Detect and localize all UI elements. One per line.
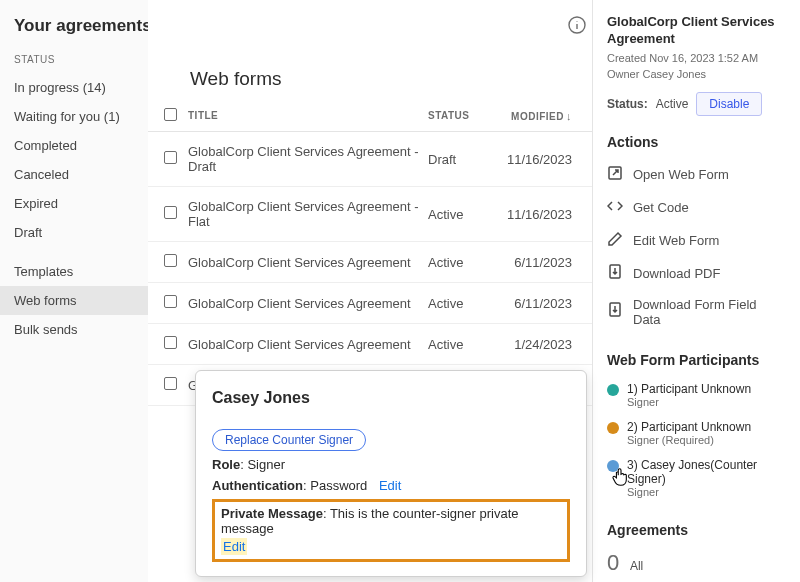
participant-item[interactable]: 1) Participant UnknownSigner <box>607 376 786 414</box>
download-data-icon <box>607 302 623 321</box>
owner-meta: Owner Casey Jones <box>607 68 786 80</box>
participant-name: 1) Participant Unknown <box>627 382 751 396</box>
popover-name: Casey Jones <box>212 389 570 407</box>
sidebar-item-web-forms[interactable]: Web forms <box>0 286 148 315</box>
participant-item[interactable]: 2) Participant UnknownSigner (Required) <box>607 414 786 452</box>
row-title: GlobalCorp Client Services Agreement - F… <box>184 187 424 242</box>
table-row[interactable]: GlobalCorp Client Services AgreementActi… <box>148 283 592 324</box>
replace-counter-signer-button[interactable]: Replace Counter Signer <box>212 429 366 451</box>
row-status: Active <box>424 187 484 242</box>
table-row[interactable]: GlobalCorp Client Services Agreement - F… <box>148 187 592 242</box>
sidebar: Your agreements STATUS In progress (14) … <box>0 0 148 582</box>
table-row[interactable]: GlobalCorp Client Services AgreementActi… <box>148 242 592 283</box>
priv-edit-link[interactable]: Edit <box>221 538 247 555</box>
row-modified: 11/16/2023 <box>484 187 592 242</box>
sidebar-item-templates[interactable]: Templates <box>0 257 148 286</box>
auth-value: Password <box>310 478 367 493</box>
code-icon <box>607 198 623 217</box>
row-checkbox[interactable] <box>164 151 177 164</box>
participant-name: 2) Participant Unknown <box>627 420 751 434</box>
row-checkbox[interactable] <box>164 377 177 390</box>
role-label: Role <box>212 457 240 472</box>
sidebar-item-waiting-for-you[interactable]: Waiting for you (1) <box>0 102 148 131</box>
disable-button[interactable]: Disable <box>696 92 762 116</box>
agreements-all-label: All <box>630 559 643 573</box>
participant-role: Signer <box>627 486 786 498</box>
row-checkbox[interactable] <box>164 295 177 308</box>
row-status: Draft <box>424 132 484 187</box>
external-link-icon <box>607 165 623 184</box>
auth-label: Authentication <box>212 478 303 493</box>
row-checkbox[interactable] <box>164 206 177 219</box>
row-checkbox[interactable] <box>164 336 177 349</box>
sidebar-item-bulk-sends[interactable]: Bulk sends <box>0 315 148 344</box>
right-panel: GlobalCorp Client Services Agreement Cre… <box>592 0 800 582</box>
created-meta: Created Nov 16, 2023 1:52 AM <box>607 52 786 64</box>
sidebar-status-header: STATUS <box>0 54 148 73</box>
action-label: Open Web Form <box>633 167 729 182</box>
priv-label: Private Message <box>221 506 323 521</box>
table-row[interactable]: GlobalCorp Client Services AgreementActi… <box>148 324 592 365</box>
row-title: GlobalCorp Client Services Agreement - D… <box>184 132 424 187</box>
action-label: Get Code <box>633 200 689 215</box>
sidebar-item-canceled[interactable]: Canceled <box>0 160 148 189</box>
col-status[interactable]: STATUS <box>424 100 484 132</box>
download-icon <box>607 264 623 283</box>
private-message-highlight: Private Message: This is the counter-sig… <box>212 499 570 562</box>
counter-signer-popover: Casey Jones Replace Counter Signer Role:… <box>195 370 587 577</box>
row-status: Active <box>424 324 484 365</box>
participant-dot-icon <box>607 460 619 472</box>
action-get-code[interactable]: Get Code <box>607 191 786 224</box>
row-checkbox[interactable] <box>164 254 177 267</box>
status-label: Status: <box>607 97 648 111</box>
col-title[interactable]: TITLE <box>184 100 424 132</box>
pencil-icon <box>607 231 623 250</box>
participant-dot-icon <box>607 384 619 396</box>
row-modified: 1/24/2023 <box>484 324 592 365</box>
row-status: Active <box>424 283 484 324</box>
row-title: GlobalCorp Client Services Agreement <box>184 283 424 324</box>
participant-name: 3) Casey Jones(Counter Signer) <box>627 458 786 486</box>
participants-header: Web Form Participants <box>607 352 786 368</box>
status-value: Active <box>656 97 689 111</box>
table-heading: Web forms <box>190 68 592 90</box>
row-title: GlobalCorp Client Services Agreement <box>184 242 424 283</box>
row-modified: 6/11/2023 <box>484 283 592 324</box>
agreements-count: 0 <box>607 550 619 576</box>
auth-edit-link[interactable]: Edit <box>379 478 401 493</box>
role-value: Signer <box>247 457 285 472</box>
action-download-form-field-data[interactable]: Download Form Field Data <box>607 290 786 334</box>
col-modified[interactable]: MODIFIED↓ <box>484 100 592 132</box>
action-open-web-form[interactable]: Open Web Form <box>607 158 786 191</box>
agreements-header: Agreements <box>607 522 786 538</box>
page-title: Your agreements <box>0 12 148 54</box>
select-all-checkbox[interactable] <box>164 108 177 121</box>
info-icon[interactable] <box>568 16 586 37</box>
table-row[interactable]: GlobalCorp Client Services Agreement - D… <box>148 132 592 187</box>
row-modified: 11/16/2023 <box>484 132 592 187</box>
action-label: Download Form Field Data <box>633 297 786 327</box>
sidebar-item-draft[interactable]: Draft <box>0 218 148 247</box>
participant-dot-icon <box>607 422 619 434</box>
action-edit-web-form[interactable]: Edit Web Form <box>607 224 786 257</box>
sidebar-item-in-progress[interactable]: In progress (14) <box>0 73 148 102</box>
action-label: Download PDF <box>633 266 720 281</box>
actions-header: Actions <box>607 134 786 150</box>
webforms-table: TITLE STATUS MODIFIED↓ GlobalCorp Client… <box>148 100 592 406</box>
row-modified: 6/11/2023 <box>484 242 592 283</box>
agreement-title: GlobalCorp Client Services Agreement <box>607 14 786 48</box>
row-title: GlobalCorp Client Services Agreement <box>184 324 424 365</box>
sort-desc-icon: ↓ <box>566 110 572 122</box>
action-download-pdf[interactable]: Download PDF <box>607 257 786 290</box>
action-label: Edit Web Form <box>633 233 719 248</box>
participant-item[interactable]: 3) Casey Jones(Counter Signer)Signer <box>607 452 786 504</box>
participant-role: Signer (Required) <box>627 434 751 446</box>
sidebar-item-expired[interactable]: Expired <box>0 189 148 218</box>
row-status: Active <box>424 242 484 283</box>
sidebar-item-completed[interactable]: Completed <box>0 131 148 160</box>
participant-role: Signer <box>627 396 751 408</box>
